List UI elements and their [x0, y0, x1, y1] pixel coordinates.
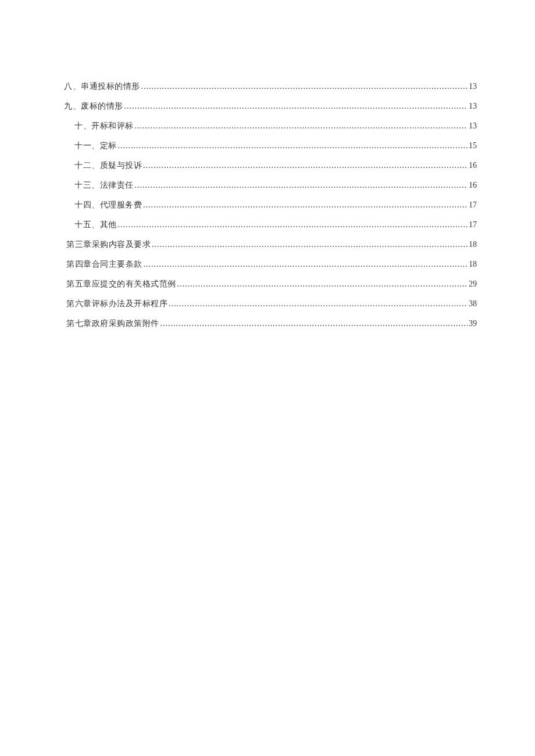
- toc-page: 18: [468, 260, 477, 269]
- toc-title: 十、开标和评标: [74, 121, 134, 131]
- toc-title: 九、废标的情形: [64, 101, 123, 112]
- toc-page: 16: [468, 161, 477, 170]
- toc-entry: 第七章政府采购政策附件 39: [64, 318, 477, 329]
- toc-entry: 十、开标和评标 13: [64, 121, 477, 131]
- toc-title: 十三、法律责任: [74, 180, 134, 191]
- toc-entry: 十五、其他 17: [64, 220, 477, 230]
- toc-leader: [142, 161, 468, 170]
- toc-page: 13: [468, 121, 477, 131]
- toc-leader: [151, 240, 468, 249]
- toc-entry: 第六章评标办法及开标程序 38: [64, 299, 477, 309]
- toc-title: 十一、定标: [74, 141, 117, 151]
- toc-entry: 第三章采购内容及要求 18: [64, 239, 477, 250]
- toc-entry: 十四、代理服务费 17: [64, 200, 477, 210]
- toc-page: 17: [468, 220, 477, 230]
- toc-leader: [159, 319, 468, 328]
- toc-entry: 第四章合同主要条款 18: [64, 259, 477, 270]
- toc-page: 39: [468, 319, 477, 328]
- toc-title: 第三章采购内容及要求: [66, 239, 151, 250]
- toc-leader: [176, 280, 468, 289]
- toc-title: 八、串通投标的情形: [64, 81, 140, 92]
- toc-entry: 九、废标的情形 13: [64, 101, 477, 112]
- toc-leader: [142, 200, 468, 210]
- toc-leader: [142, 260, 468, 269]
- toc-entry: 十一、定标 15: [64, 141, 477, 151]
- toc-leader: [117, 220, 468, 230]
- toc-page: 38: [468, 299, 477, 309]
- toc-leader: [140, 82, 468, 91]
- toc-title: 十二、质疑与投诉: [74, 160, 142, 171]
- toc-title: 十四、代理服务费: [74, 200, 142, 210]
- toc-leader: [167, 299, 468, 309]
- toc-leader: [134, 121, 468, 131]
- toc-page: 13: [468, 102, 477, 111]
- toc-title: 第四章合同主要条款: [66, 259, 142, 270]
- toc-page: 13: [468, 82, 477, 91]
- table-of-contents: 八、串通投标的情形 13 九、废标的情形 13 十、开标和评标 13 十一、定标…: [64, 81, 477, 329]
- toc-title: 第五章应提交的有关格式范例: [66, 279, 176, 289]
- toc-leader: [117, 141, 468, 151]
- toc-page: 15: [468, 141, 477, 151]
- toc-leader: [123, 102, 468, 111]
- toc-entry: 八、串通投标的情形 13: [64, 81, 477, 92]
- toc-title: 第七章政府采购政策附件: [66, 318, 159, 329]
- toc-page: 29: [468, 280, 477, 289]
- toc-page: 17: [468, 200, 477, 210]
- toc-leader: [134, 181, 468, 190]
- toc-entry: 十二、质疑与投诉 16: [64, 160, 477, 171]
- toc-entry: 第五章应提交的有关格式范例 29: [64, 279, 477, 289]
- toc-title: 第六章评标办法及开标程序: [66, 299, 167, 309]
- toc-entry: 十三、法律责任 16: [64, 180, 477, 191]
- toc-page: 18: [468, 240, 477, 249]
- toc-page: 16: [468, 181, 477, 190]
- toc-title: 十五、其他: [74, 220, 117, 230]
